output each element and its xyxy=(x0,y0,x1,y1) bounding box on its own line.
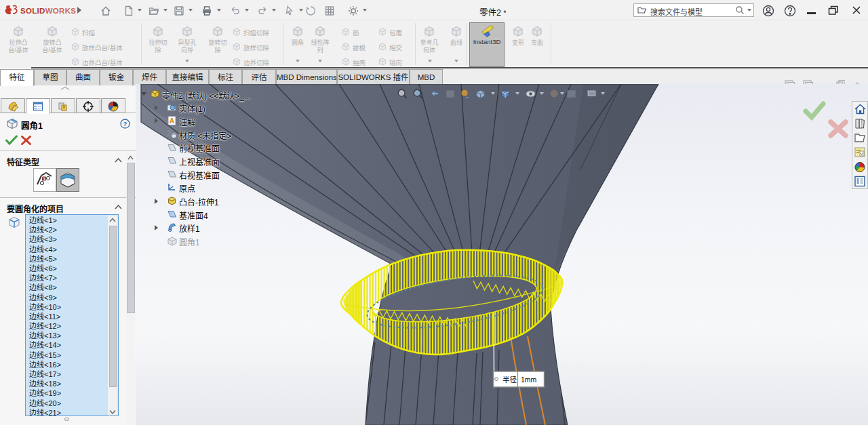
svg-text:A: A xyxy=(170,117,175,125)
svg-text:半径: 半径 xyxy=(502,376,517,384)
svg-text:1mm: 1mm xyxy=(521,376,537,384)
svg-text:?: ? xyxy=(123,120,127,127)
svg-text:SOLIDWORKS: SOLIDWORKS xyxy=(20,7,76,15)
